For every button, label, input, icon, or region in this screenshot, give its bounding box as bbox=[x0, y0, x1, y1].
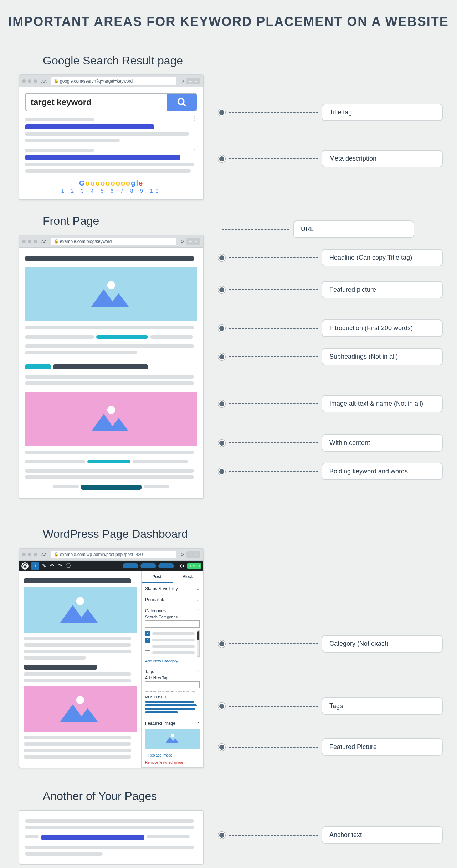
chevron-down-icon: ⌄ bbox=[197, 598, 200, 602]
refresh-icon: ⟳ bbox=[181, 552, 184, 557]
callout-headline: Headline (Can copy Title tag) bbox=[322, 249, 443, 266]
connector-dot bbox=[218, 640, 225, 648]
callout-subheadings: Subheadings (Not in all) bbox=[322, 348, 443, 365]
content-image-placeholder bbox=[25, 392, 197, 446]
page-title: IMPORTANT AREAS FOR KEYWORD PLACEMENT ON… bbox=[0, 0, 457, 40]
seo-score-badge: 99/100 bbox=[187, 563, 201, 569]
connector-dot bbox=[218, 353, 225, 360]
wp-tag-hint: Separate with commas or the Enter key. bbox=[145, 690, 200, 693]
nav-arrows-icon: ← → bbox=[186, 78, 200, 84]
editor-tools-icons: ✎↶↷ⓘ bbox=[42, 563, 71, 569]
nav-arrows-icon: ← → bbox=[186, 551, 200, 558]
callout-title-tag: Title tag bbox=[322, 104, 443, 121]
serp-heading: Google Search Result page bbox=[43, 54, 457, 67]
chevron-up-icon: ⌃ bbox=[197, 670, 200, 674]
connector-dot bbox=[218, 832, 225, 839]
checkbox-checked-icon bbox=[145, 631, 150, 636]
scrollbar-icon bbox=[197, 630, 200, 657]
serp-browser-mock: AA 🔒 google.com/search?q=target=keyword … bbox=[19, 74, 204, 200]
svg-point-11 bbox=[76, 696, 84, 704]
refresh-icon: ⟳ bbox=[181, 239, 184, 244]
front-browser-mock: AA 🔒 example.com/blog/keyword ⟳ ← → bbox=[19, 235, 204, 499]
svg-point-8 bbox=[76, 597, 84, 605]
search-input: target keyword bbox=[26, 94, 167, 111]
google-pagination: Gooooooooogle 1 2 3 4 5 6 7 8 9 10 bbox=[25, 179, 197, 194]
wp-featured-label: Featured Image bbox=[145, 721, 175, 726]
search-button bbox=[167, 94, 197, 111]
svg-point-2 bbox=[107, 281, 115, 289]
add-block-icon: + bbox=[31, 562, 39, 570]
connector-dot bbox=[218, 155, 225, 162]
wp-add-tag-input bbox=[145, 681, 200, 688]
callout-tags: Tags bbox=[322, 697, 443, 715]
wp-categories-label: Categories bbox=[145, 608, 166, 613]
nav-arrows-icon: ← → bbox=[186, 238, 200, 245]
wp-featured-area bbox=[24, 587, 137, 633]
lock-icon: 🔒 bbox=[54, 552, 59, 557]
wp-search-cat-input bbox=[145, 620, 200, 628]
text-size-icon: AA bbox=[41, 552, 47, 557]
text-size-icon: AA bbox=[41, 79, 47, 83]
front-url: example.com/blog/keyword bbox=[60, 239, 112, 244]
wp-sidebar-panel: Post Block Status & Visibility⌄ Permalin… bbox=[141, 571, 203, 768]
wp-add-category-link: Add New Category bbox=[145, 659, 200, 663]
wp-toolbar: ⓦ + ✎↶↷ⓘ ⚙99/100 bbox=[19, 561, 203, 571]
callout-bolding: Bolding keyword and words bbox=[322, 463, 443, 480]
chevron-up-icon: ⌃ bbox=[197, 722, 200, 726]
wp-content-image bbox=[24, 686, 137, 732]
svg-point-14 bbox=[171, 734, 174, 737]
wp-permalink-label: Permalink bbox=[145, 597, 164, 602]
callout-featured-picture-wp: Featured Picture bbox=[322, 738, 443, 756]
callout-anchor-text: Anchor text bbox=[322, 826, 443, 844]
more-icon: ⋮ bbox=[192, 118, 197, 119]
svg-marker-10 bbox=[78, 609, 98, 623]
wp-browser-mock: AA 🔒 example.com/wp-admin/post.php?post=… bbox=[19, 548, 204, 768]
callout-url: URL bbox=[293, 220, 414, 238]
svg-line-1 bbox=[183, 104, 186, 106]
connector-dot bbox=[218, 400, 225, 407]
front-row: AA 🔒 example.com/blog/keyword ⟳ ← → bbox=[0, 235, 457, 499]
chevron-up-icon: ⌃ bbox=[197, 609, 200, 613]
connector-dot bbox=[218, 286, 225, 293]
lock-icon: 🔒 bbox=[54, 239, 59, 244]
refresh-icon: ⟳ bbox=[181, 79, 184, 84]
wp-featured-thumbnail bbox=[145, 729, 200, 749]
callout-meta-description: Meta description bbox=[322, 150, 443, 167]
more-icon: ⋮ bbox=[192, 149, 197, 150]
serp-url: google.com/search?q=target=keyword bbox=[60, 79, 133, 84]
redo-icon: ↷ bbox=[58, 563, 62, 569]
featured-image-placeholder bbox=[25, 267, 197, 321]
connector-dot bbox=[218, 468, 225, 475]
wp-replace-image-button: Replace Image bbox=[145, 752, 175, 759]
wp-search-cat-label: Search Categories bbox=[145, 615, 200, 619]
text-size-icon: AA bbox=[41, 239, 47, 244]
chevron-down-icon: ⌄ bbox=[197, 587, 200, 591]
callout-category: Category (Not exact) bbox=[322, 635, 443, 653]
connector-dot bbox=[218, 703, 225, 710]
wp-tab-post: Post bbox=[142, 571, 173, 583]
wp-add-tag-label: Add New Tag bbox=[145, 676, 200, 680]
svg-marker-16 bbox=[171, 738, 179, 743]
connector-dot bbox=[218, 440, 225, 447]
serp-row: AA 🔒 google.com/search?q=target=keyword … bbox=[0, 74, 457, 200]
wp-heading: WordPress Page Dashboard bbox=[43, 527, 457, 541]
settings-icon: ⚙ bbox=[180, 563, 184, 569]
callout-within-content: Within content bbox=[322, 434, 443, 452]
callout-featured-picture: Featured picture bbox=[322, 281, 443, 298]
svg-point-5 bbox=[107, 406, 115, 414]
checkbox-checked-icon bbox=[145, 638, 150, 643]
wp-most-used-label: MOST USED bbox=[145, 695, 200, 699]
another-heading: Another of Your Pages bbox=[43, 790, 457, 803]
callout-alt-text: Image alt-text & name (Not in all) bbox=[322, 395, 443, 412]
checkbox-icon bbox=[145, 644, 150, 649]
wp-url: example.com/wp-admin/post.php?post=420 bbox=[60, 552, 143, 557]
svg-point-0 bbox=[178, 99, 184, 104]
another-row: Anchor text bbox=[0, 810, 457, 865]
connector-dot bbox=[218, 109, 225, 116]
svg-marker-13 bbox=[78, 708, 98, 722]
callout-introduction: Introduction (First 200 words) bbox=[322, 319, 443, 337]
search-box: target keyword bbox=[25, 93, 197, 111]
pagination-numbers: 1 2 3 4 5 6 7 8 9 10 bbox=[25, 188, 197, 194]
wp-remove-image-link: Remove featured image bbox=[145, 760, 200, 764]
checkbox-icon bbox=[145, 650, 150, 655]
